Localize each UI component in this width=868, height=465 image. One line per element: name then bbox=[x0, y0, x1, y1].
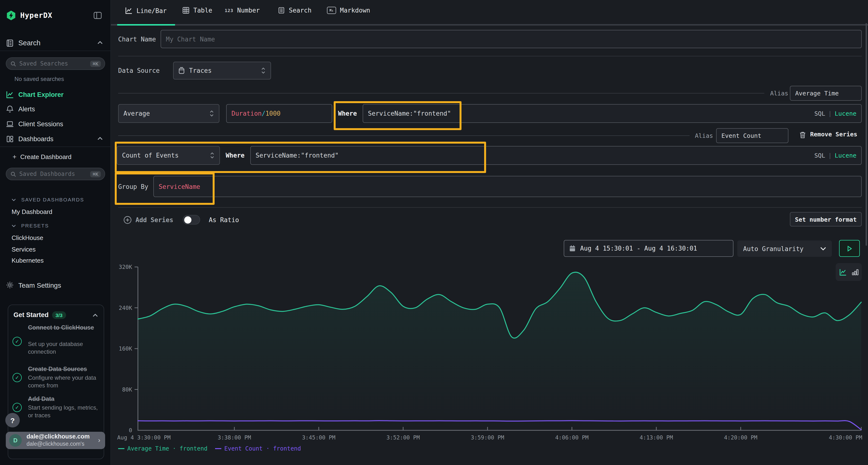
run-query-button[interactable] bbox=[839, 240, 860, 257]
chart-name-label: Chart Name bbox=[118, 30, 156, 48]
as-ratio-label: As Ratio bbox=[209, 217, 239, 224]
remove-series-button[interactable]: Remove Series bbox=[810, 131, 858, 138]
app-title: HyperDX bbox=[20, 11, 52, 20]
sidebar-item-services[interactable]: Services bbox=[11, 246, 36, 253]
data-source-select[interactable]: Traces bbox=[173, 62, 271, 79]
user-menu[interactable]: D dale@clickhouse.com dale@clickhouse.co… bbox=[6, 432, 105, 449]
number-123-icon: 123 bbox=[225, 8, 234, 13]
set-number-format-button[interactable]: Set number format bbox=[790, 212, 862, 227]
chart-name-input[interactable] bbox=[161, 30, 862, 48]
add-series-button[interactable]: Add Series bbox=[135, 217, 173, 224]
select-chevrons-icon bbox=[209, 110, 214, 117]
data-source-value: Traces bbox=[189, 67, 212, 74]
number-token: 1000 bbox=[266, 110, 281, 117]
scrollbar-thumb[interactable] bbox=[866, 23, 867, 246]
lucene-mode-button[interactable]: Lucene bbox=[835, 110, 857, 117]
sidebar-item-clickhouse[interactable]: ClickHouse bbox=[11, 234, 43, 241]
sidebar-item-chart-explorer[interactable]: Chart Explorer bbox=[18, 91, 64, 98]
sidebar-divider bbox=[0, 51, 111, 51]
tab-markdown[interactable]: M↓ Markdown bbox=[327, 7, 370, 14]
search-doc-icon bbox=[278, 7, 285, 14]
granularity-select[interactable]: Auto Granularity bbox=[737, 240, 832, 257]
shortcut-badge: ⌘K bbox=[90, 61, 101, 67]
chevron-up-icon[interactable] bbox=[97, 41, 103, 44]
legend-item[interactable]: Event Count · frontend bbox=[215, 445, 301, 452]
get-started-step-desc: Start sending logs, metrics, or traces bbox=[28, 404, 99, 420]
svg-text:4:30:00 PM: 4:30:00 PM bbox=[829, 434, 862, 441]
check-circle-icon: ✓ bbox=[12, 337, 22, 346]
mode-separator: | bbox=[825, 152, 835, 159]
svg-text:Aug 4 3:30:00 PM: Aug 4 3:30:00 PM bbox=[117, 434, 171, 441]
sidebar-item-team-settings[interactable]: Team Settings bbox=[18, 281, 61, 289]
shortcut-badge: ⌘K bbox=[90, 171, 101, 177]
chevron-up-icon[interactable] bbox=[97, 137, 103, 140]
chevron-down-icon bbox=[820, 247, 826, 251]
sql-mode-button[interactable]: SQL bbox=[814, 110, 825, 117]
where-label: Where bbox=[338, 104, 357, 123]
get-started-step-title[interactable]: Connect to ClickHouse bbox=[28, 324, 99, 332]
help-button[interactable]: ? bbox=[5, 413, 20, 427]
chevron-right-icon: › bbox=[98, 436, 100, 444]
where-input[interactable]: ServiceName:"frontend" SQL|Lucene bbox=[363, 104, 862, 123]
granularity-value: Auto Granularity bbox=[743, 245, 803, 252]
sidebar-item-client-sessions[interactable]: Client Sessions bbox=[18, 121, 63, 128]
sql-mode-button[interactable]: SQL bbox=[814, 152, 825, 159]
section-saved-dashboards[interactable]: SAVED DASHBOARDS bbox=[21, 197, 84, 202]
tab-line-bar[interactable]: Line/Bar bbox=[125, 7, 166, 14]
timeseries-chart[interactable]: 080K160K240K320KAug 4 3:30:00 PM3:38:00 … bbox=[111, 258, 868, 451]
create-dashboard-button[interactable]: Create Dashboard bbox=[20, 153, 71, 161]
sidebar-item-search[interactable]: Search bbox=[18, 39, 40, 47]
svg-text:3:38:00 PM: 3:38:00 PM bbox=[218, 434, 251, 441]
bell-icon bbox=[6, 105, 14, 113]
sidebar: HyperDX Search Saved Searches ⌘K No save… bbox=[0, 0, 111, 465]
aggregation-select[interactable]: Average bbox=[118, 104, 219, 123]
alias-label: Alias bbox=[770, 86, 788, 101]
chevron-up-icon[interactable] bbox=[93, 314, 98, 317]
dashboards-icon bbox=[6, 135, 14, 143]
saved-searches-input[interactable]: Saved Searches ⌘K bbox=[6, 57, 105, 70]
bar-chart-type-icon[interactable] bbox=[851, 268, 859, 276]
date-range-input[interactable]: Aug 4 15:30:01 - Aug 4 16:30:01 bbox=[564, 240, 734, 257]
alias-input[interactable] bbox=[790, 86, 862, 101]
group-by-input[interactable]: ServiceName bbox=[153, 176, 862, 197]
field-expression-input[interactable]: Duration/1000 bbox=[226, 104, 332, 123]
legend-item[interactable]: Average Time · frontend bbox=[118, 445, 207, 452]
markdown-icon: M↓ bbox=[327, 7, 336, 14]
tabbar-underline bbox=[111, 24, 868, 26]
divider bbox=[118, 207, 862, 208]
chevron-down-icon[interactable] bbox=[11, 199, 16, 201]
alias-input[interactable] bbox=[716, 128, 788, 143]
search-icon bbox=[10, 61, 17, 67]
tab-active-indicator bbox=[117, 24, 175, 26]
sidebar-item-kubernetes[interactable]: Kubernetes bbox=[11, 257, 44, 264]
trash-icon[interactable] bbox=[799, 131, 806, 139]
saved-dashboards-input[interactable]: Saved Dashboards ⌘K bbox=[6, 168, 105, 180]
sidebar-item-my-dashboard[interactable]: My Dashboard bbox=[11, 208, 52, 215]
tab-table[interactable]: Table bbox=[182, 7, 212, 14]
search-section-icon bbox=[6, 39, 14, 47]
line-chart-type-icon[interactable] bbox=[839, 268, 846, 276]
tab-search[interactable]: Search bbox=[278, 7, 311, 14]
data-source-label: Data Source bbox=[118, 62, 160, 79]
where-input[interactable]: ServiceName:"frontend" SQL|Lucene bbox=[250, 146, 862, 165]
mode-separator: | bbox=[825, 110, 835, 117]
field-token: Duration bbox=[231, 110, 261, 117]
sidebar-item-alerts[interactable]: Alerts bbox=[18, 105, 35, 113]
as-ratio-toggle[interactable] bbox=[183, 215, 200, 225]
lucene-mode-button[interactable]: Lucene bbox=[835, 152, 857, 159]
user-email: dale@clickhouse.com bbox=[27, 433, 96, 441]
aggregation-select[interactable]: Count of Events bbox=[117, 146, 220, 165]
get-started-step-title[interactable]: Create Data Sources bbox=[28, 365, 101, 373]
sidebar-collapse-icon[interactable] bbox=[94, 11, 102, 19]
no-saved-searches-text: No saved searches bbox=[14, 76, 64, 82]
sidebar-item-dashboards[interactable]: Dashboards bbox=[18, 135, 54, 143]
section-presets[interactable]: PRESETS bbox=[21, 223, 49, 228]
get-started-step-title[interactable]: Add Data bbox=[28, 395, 99, 403]
saved-searches-placeholder: Saved Searches bbox=[19, 60, 87, 67]
calendar-icon bbox=[569, 245, 576, 252]
chevron-down-icon[interactable] bbox=[11, 225, 16, 227]
svg-text:4:13:00 PM: 4:13:00 PM bbox=[640, 434, 673, 441]
svg-text:4:20:00 PM: 4:20:00 PM bbox=[724, 434, 757, 441]
tab-number[interactable]: 123 Number bbox=[225, 7, 260, 14]
group-by-label: Group By bbox=[118, 176, 148, 197]
